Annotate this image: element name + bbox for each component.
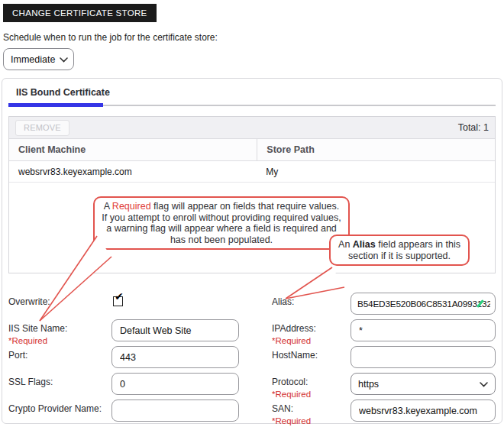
protocol-label: Protocol: (272, 373, 351, 387)
active-tab-indicator (8, 103, 103, 107)
cell-client-machine: websrvr83.keyexample.com (9, 161, 257, 182)
total-count: Total: 1 (458, 122, 489, 133)
column-header-client-machine: Client Machine (9, 139, 257, 160)
callout-highlight: Required (112, 201, 151, 212)
remove-button[interactable]: REMOVE (15, 120, 69, 136)
san-label: SAN: (272, 400, 351, 414)
ip-address-input[interactable] (351, 319, 496, 341)
overwrite-label: Overwrite: (8, 293, 111, 307)
san-required-flag: *Required (272, 416, 351, 425)
iis-site-name-required-flag: *Required (8, 336, 111, 345)
iis-site-name-input[interactable] (111, 319, 239, 341)
protocol-required-flag: *Required (272, 390, 351, 399)
table-row[interactable]: websrvr83.keyexample.com My (9, 161, 495, 183)
protocol-select-value: https (358, 379, 379, 390)
iis-site-name-label: IIS Site Name: (8, 319, 111, 334)
host-name-input[interactable] (351, 346, 496, 368)
certificate-form: Overwrite: ✔ Alias: IIS Site Name: *Requ… (8, 293, 496, 423)
chevron-down-icon (480, 379, 488, 390)
alias-label: Alias: (272, 293, 351, 307)
callout-text: An (338, 239, 353, 250)
tab-iis-bound-certificate[interactable]: IIS Bound Certificate (16, 87, 496, 98)
crypto-provider-name-input[interactable] (111, 400, 239, 422)
host-name-label: HostName: (272, 346, 351, 361)
column-header-store-path: Store Path (257, 139, 495, 160)
port-label: Port: (8, 346, 111, 361)
ip-address-label: IPAddress: (272, 319, 351, 334)
schedule-select[interactable]: Immediate (3, 48, 74, 70)
callout-text: A (104, 201, 112, 212)
san-input[interactable] (351, 400, 496, 422)
certificate-store-panel: IIS Bound Certificate REMOVE Total: 1 Cl… (2, 78, 502, 424)
alias-field-callout: An Alias field appears in this section i… (329, 235, 470, 266)
chevron-down-icon (60, 54, 68, 65)
ssl-flags-label: SSL Flags: (8, 373, 111, 387)
alias-input[interactable] (351, 293, 496, 315)
callout-highlight: Alias (353, 239, 376, 250)
schedule-label: Schedule when to run the job for the cer… (3, 32, 504, 43)
port-input[interactable] (111, 346, 239, 368)
ssl-flags-input[interactable] (111, 373, 239, 395)
required-flag-callout: A Required flag will appear on fields th… (93, 196, 350, 250)
protocol-select[interactable]: https (351, 373, 496, 395)
crypto-provider-name-label: Crypto Provider Name: (8, 400, 111, 414)
schedule-select-value: Immediate (11, 54, 55, 65)
ip-address-required-flag: *Required (272, 336, 351, 345)
tab-underline (8, 105, 496, 106)
change-certificate-store-button[interactable]: CHANGE CERTIFICATE STORE (3, 4, 157, 22)
checkmark-icon: ✔ (115, 290, 124, 302)
cell-store-path: My (257, 161, 495, 182)
table-toolbar: REMOVE Total: 1 (9, 117, 495, 139)
table-header: Client Machine Store Path (9, 139, 495, 161)
overwrite-checkbox[interactable]: ✔ (113, 296, 123, 306)
